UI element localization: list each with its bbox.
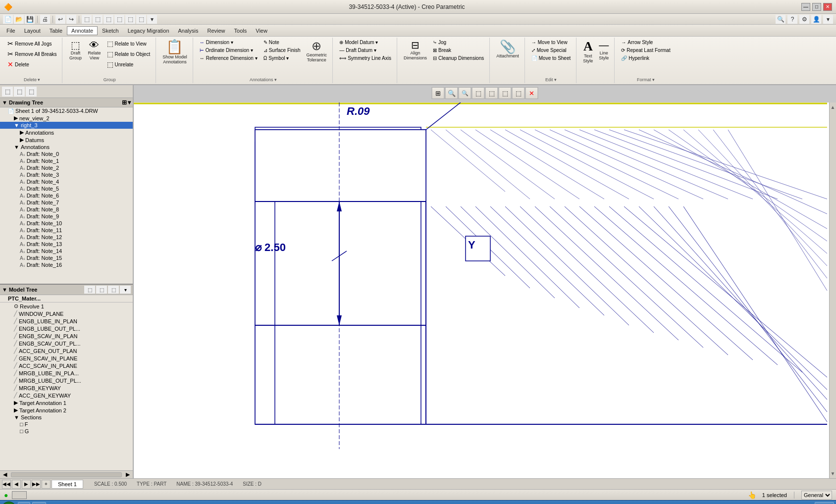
drawing-canvas[interactable]: R.09 ⌀ 2.50 Y xyxy=(134,102,836,478)
tree-note-16[interactable]: Aₛ Draft: Note_16 xyxy=(0,261,133,268)
model-mrgb-lube-out[interactable]: ╱ MRGB_LUBE_OUT_PL... xyxy=(0,377,133,384)
drawing-tree-icon2[interactable]: ▾ xyxy=(128,99,131,106)
tree-note-8[interactable]: Aₛ Draft: Note_8 xyxy=(0,206,133,213)
model-tree-header[interactable]: ▼ Model Tree ⬚ ⬚ ⬚ ▾ xyxy=(0,285,133,295)
model-datum-button[interactable]: ⊕ Model Datum ▾ xyxy=(337,39,394,46)
tree-note-10[interactable]: Aₛ Draft: Note_10 xyxy=(0,220,133,227)
draft-group-button[interactable]: ⬚ DraftGroup xyxy=(66,39,84,62)
view-btn-zoom-out[interactable]: 🔍 xyxy=(459,87,471,99)
view-btn-3d[interactable]: ⬚ xyxy=(485,87,498,99)
menu-file[interactable]: File xyxy=(2,26,20,35)
menu-legacy[interactable]: Legacy Migration xyxy=(123,26,174,35)
drawing-tree-icon1[interactable]: ⊞ xyxy=(122,99,127,106)
tree-annotations-sub[interactable]: ▶ Annotations xyxy=(0,129,133,136)
add-sheet-button[interactable]: + xyxy=(42,480,51,489)
tree-note-7[interactable]: Aₛ Draft: Note_7 xyxy=(0,199,133,206)
hscroll-left[interactable]: ◀ xyxy=(0,471,10,478)
tree-note-15[interactable]: Aₛ Draft: Note_15 xyxy=(0,254,133,261)
tree-note-3[interactable]: Aₛ Draft: Note_3 xyxy=(0,171,133,178)
cleanup-dimensions-button[interactable]: ⊟ Cleanup Dimensions xyxy=(430,54,486,62)
tree-right-3[interactable]: ▼ right_3 xyxy=(0,122,133,129)
next-sheet-button[interactable]: ▶ xyxy=(22,480,31,489)
remove-all-breaks-button[interactable]: ✂ Remove All Breaks xyxy=(5,49,59,59)
close-button[interactable]: ✕ xyxy=(823,3,832,11)
panel-btn-2[interactable]: ⬚ xyxy=(14,87,25,97)
tree-note-13[interactable]: Aₛ Draft: Note_13 xyxy=(0,241,133,248)
view-btn-fit[interactable]: ⬚ xyxy=(472,87,485,99)
filter-dropdown[interactable]: General xyxy=(801,491,832,500)
tool6-button[interactable]: ⬚ xyxy=(136,15,146,24)
sheet-1-tab[interactable]: Sheet 1 xyxy=(52,480,83,489)
start-button[interactable]: ⊞ xyxy=(2,502,16,504)
model-acc-scav-in[interactable]: ╱ ACC_SCAV_IN_PLANE xyxy=(0,362,133,369)
taskbar-app-2[interactable]: 🌐 xyxy=(32,502,46,504)
model-section-g[interactable]: □ G xyxy=(0,428,133,435)
tree-note-9[interactable]: Aₛ Draft: Note_9 xyxy=(0,213,133,220)
model-acc-gen-out[interactable]: ╱ ACC_GEN_OUT_PLAN xyxy=(0,347,133,354)
minimize-button[interactable]: — xyxy=(801,3,810,11)
align-dimensions-button[interactable]: ⊟ AlignDimensions xyxy=(401,39,429,62)
tool2-button[interactable]: ⬚ xyxy=(93,15,103,24)
line-style-button[interactable]: — LineStyle xyxy=(596,39,611,62)
tool3-button[interactable]: ⬚ xyxy=(104,15,113,24)
view-btn-grid[interactable]: ⊞ xyxy=(432,87,445,99)
geometric-tolerance-button[interactable]: ⊕ GeometricTolerance xyxy=(304,39,330,64)
tree-note-5[interactable]: Aₛ Draft: Note_5 xyxy=(0,185,133,192)
view-btn-x[interactable]: ✕ xyxy=(525,87,538,99)
relate-to-object-button[interactable]: ⬚ Relate to Object xyxy=(104,49,153,59)
model-mrgb-lube-in[interactable]: ╱ MRGB_LUBE_IN_PLA... xyxy=(0,369,133,377)
search-expand-button[interactable]: 🔍 xyxy=(776,15,785,24)
reference-dimension-button[interactable]: ↔ Reference Dimension ▾ xyxy=(197,54,260,62)
new-button[interactable]: 📄 xyxy=(3,15,13,24)
canvas-area[interactable]: ⊞ 🔍 🔍 ⬚ ⬚ ⬚ ⬚ ✕ xyxy=(134,85,836,478)
remove-all-jogs-button[interactable]: ✂ Remove All Jogs xyxy=(5,39,59,49)
tool4-button[interactable]: ⬚ xyxy=(114,15,124,24)
model-revolve-1[interactable]: ⊙ Revolve 1 xyxy=(0,302,133,310)
settings-button[interactable]: ⚙ xyxy=(799,15,809,24)
undo-button[interactable]: ↩ xyxy=(55,15,65,24)
model-engb-scav-in[interactable]: ╱ ENGB_SCAV_IN_PLAN xyxy=(0,332,133,340)
tree-note-0[interactable]: Aₛ Draft: Note_0 xyxy=(0,151,133,157)
model-engb-scav-out[interactable]: ╱ ENGB_SCAV_OUT_PL... xyxy=(0,340,133,347)
view-btn-zoom-in[interactable]: 🔍 xyxy=(445,87,458,99)
panel-hscroll[interactable]: ◀ ▶ xyxy=(0,470,133,478)
symbol-button[interactable]: Ω Symbol ▾ xyxy=(261,54,303,62)
view-btn-orient[interactable]: ⬚ xyxy=(499,87,512,99)
save-button[interactable]: 💾 xyxy=(25,15,35,24)
hscroll-thumb[interactable] xyxy=(11,472,122,477)
move-to-view-button[interactable]: → Move to View xyxy=(529,39,573,46)
model-engb-lube-in[interactable]: ╱ ENGB_LUBE_IN_PLAN xyxy=(0,317,133,325)
open-button[interactable]: 📂 xyxy=(14,15,24,24)
tree-new-view-2[interactable]: ▶ new_view_2 xyxy=(0,114,133,122)
model-tree-icon1[interactable]: ⬚ xyxy=(84,286,95,294)
prev-sheet-button[interactable]: ◀ xyxy=(12,480,21,489)
relate-view-button[interactable]: 👁 RelateView xyxy=(85,39,103,62)
surface-finish-button[interactable]: ⊿ Surface Finish xyxy=(261,47,303,54)
model-acc-gen-keyway[interactable]: ╱ ACC_GEN_KEYWAY xyxy=(0,392,133,399)
expand-button[interactable]: ▾ xyxy=(823,15,833,24)
menu-annotate[interactable]: Annotate xyxy=(67,26,98,35)
model-gen-scav-in[interactable]: ╱ GEN_SCAV_IN_PLANE xyxy=(0,354,133,362)
tree-note-11[interactable]: Aₛ Draft: Note_11 xyxy=(0,227,133,234)
tree-note-6[interactable]: Aₛ Draft: Note_6 xyxy=(0,192,133,199)
taskbar-app-1[interactable]: 🖥 xyxy=(18,502,30,504)
scroll-down-indicator[interactable]: ▼ xyxy=(831,471,836,476)
model-engb-lube-out[interactable]: ╱ ENGB_LUBE_OUT_PL... xyxy=(0,325,133,332)
draft-datum-button[interactable]: — Draft Datum ▾ xyxy=(337,47,394,54)
redo-button[interactable]: ↪ xyxy=(66,15,76,24)
tree-sheet-item[interactable]: 📄 Sheet 1 of 39-34512-5033-4.DRW xyxy=(0,107,133,114)
panel-btn-1[interactable]: ⬚ xyxy=(2,87,13,97)
tree-note-14[interactable]: Aₛ Draft: Note_14 xyxy=(0,248,133,254)
jog-button[interactable]: ⤷ Jog xyxy=(430,39,486,46)
tool1-button[interactable]: ⬚ xyxy=(82,15,92,24)
tool5-button[interactable]: ⬚ xyxy=(125,15,135,24)
delete-button[interactable]: ✕ Delete xyxy=(5,59,59,69)
move-special-button[interactable]: ⤢ Move Special xyxy=(529,47,573,54)
repeat-last-format-button[interactable]: ⟳ Repeat Last Format xyxy=(619,47,673,54)
menu-table[interactable]: Table xyxy=(45,26,67,35)
menu-view[interactable]: View xyxy=(251,26,272,35)
symmetry-line-button[interactable]: ⟺ Symmetry Line Axis xyxy=(337,54,394,62)
last-sheet-button[interactable]: ▶▶ xyxy=(32,480,41,489)
menu-layout[interactable]: Layout xyxy=(20,26,45,35)
model-target-1[interactable]: ▶ Target Annotation 1 xyxy=(0,399,133,406)
